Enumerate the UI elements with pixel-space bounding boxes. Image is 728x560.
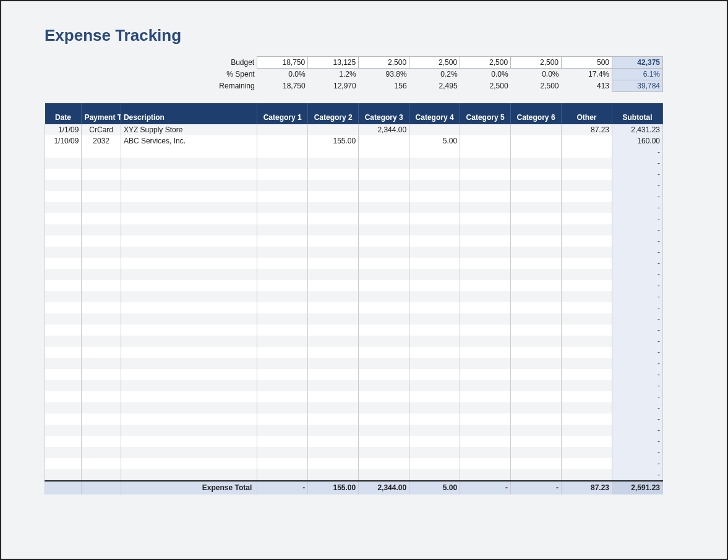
cell-c6[interactable] [511, 124, 562, 135]
cell-payment-type[interactable]: CrCard [82, 124, 121, 135]
budget-c1[interactable]: 18,750 [257, 57, 308, 69]
header-category-3: Category 3 [359, 103, 409, 124]
budget-c3[interactable]: 2,500 [359, 57, 409, 69]
table-row[interactable]: 1/10/09 2032 ABC Services, Inc. 155.00 5… [45, 135, 663, 146]
table-row[interactable]: - [45, 202, 663, 213]
table-row[interactable]: - [45, 235, 663, 247]
table-row[interactable]: - [45, 269, 663, 280]
table-row[interactable]: 1/1/09 CrCard XYZ Supply Store 2,344.00 … [45, 124, 663, 135]
spent-other: 17.4% [562, 69, 612, 80]
total-subtotal: 2,591.23 [612, 481, 663, 494]
cell-c4[interactable]: 5.00 [409, 135, 460, 146]
cell-c5[interactable] [460, 135, 511, 146]
table-row[interactable]: - [45, 347, 663, 358]
cell-subtotal: - [612, 447, 663, 458]
cell-c2[interactable]: 155.00 [308, 135, 359, 146]
budget-c4[interactable]: 2,500 [409, 57, 460, 69]
table-row[interactable]: - [45, 336, 663, 347]
table-row[interactable]: - [45, 191, 663, 202]
header-other: Other [562, 103, 612, 124]
cell-other[interactable] [562, 135, 612, 146]
table-row[interactable]: - [45, 146, 663, 158]
cell-c1[interactable] [257, 135, 308, 146]
table-row[interactable]: - [45, 436, 663, 447]
table-row[interactable]: - [45, 414, 663, 425]
cell-c1[interactable] [257, 124, 308, 135]
total-c2: 155.00 [308, 481, 359, 494]
cell-subtotal: - [612, 313, 663, 325]
cell-c2[interactable] [308, 124, 359, 135]
budget-c5[interactable]: 2,500 [460, 57, 511, 69]
table-row[interactable]: - [45, 169, 663, 180]
table-row[interactable]: - [45, 447, 663, 458]
cell-subtotal: - [612, 425, 663, 436]
table-row[interactable]: - [45, 158, 663, 169]
cell-date[interactable]: 1/1/09 [45, 124, 82, 135]
table-row[interactable]: - [45, 224, 663, 235]
table-row[interactable]: - [45, 280, 663, 291]
remaining-c4: 2,495 [409, 80, 460, 92]
table-row[interactable]: - [45, 180, 663, 191]
cell-date[interactable]: 1/10/09 [45, 135, 82, 146]
table-row[interactable]: - [45, 358, 663, 369]
cell-subtotal: - [612, 391, 663, 402]
header-category-1: Category 1 [257, 103, 308, 124]
table-row[interactable]: - [45, 302, 663, 313]
table-row[interactable]: - [45, 458, 663, 469]
budget-other[interactable]: 500 [562, 57, 612, 69]
cell-c6[interactable] [511, 135, 562, 146]
cell-description[interactable]: XYZ Supply Store [121, 124, 257, 135]
cell-subtotal: - [612, 191, 663, 202]
cell-description[interactable]: ABC Services, Inc. [121, 135, 257, 146]
cell-c5[interactable] [460, 124, 511, 135]
cell-subtotal: - [612, 436, 663, 447]
spent-c2: 1.2% [308, 69, 359, 80]
table-row[interactable]: - [45, 425, 663, 436]
spent-c4: 0.2% [409, 69, 460, 80]
spent-subtotal: 6.1% [612, 69, 663, 80]
header-category-4: Category 4 [409, 103, 460, 124]
table-row[interactable]: - [45, 291, 663, 302]
cell-subtotal: - [612, 258, 663, 269]
remaining-c2: 12,970 [308, 80, 359, 92]
cell-subtotal: - [612, 269, 663, 280]
spent-c3: 93.8% [359, 69, 409, 80]
summary-budget-row: Budget 18,750 13,125 2,500 2,500 2,500 2… [45, 57, 663, 69]
table-row[interactable]: - [45, 391, 663, 402]
header-date: Date [45, 103, 82, 124]
budget-c2[interactable]: 13,125 [308, 57, 359, 69]
table-row[interactable]: - [45, 325, 663, 336]
total-c1: - [257, 481, 308, 494]
cell-c3[interactable] [359, 135, 409, 146]
table-row[interactable]: - [45, 402, 663, 414]
cell-subtotal: - [612, 180, 663, 191]
table-row[interactable]: - [45, 213, 663, 224]
cell-payment-type[interactable]: 2032 [82, 135, 121, 146]
cell-subtotal: 2,431.23 [612, 124, 663, 135]
cell-c3[interactable]: 2,344.00 [359, 124, 409, 135]
cell-subtotal: - [612, 369, 663, 380]
cell-subtotal: - [612, 213, 663, 224]
table-row[interactable]: - [45, 380, 663, 391]
cell-subtotal: - [612, 158, 663, 169]
remaining-c1: 18,750 [257, 80, 308, 92]
spent-c6: 0.0% [511, 69, 562, 80]
page-title: Expense Tracking [45, 26, 690, 45]
remaining-c5: 2,500 [460, 80, 511, 92]
cell-subtotal: - [612, 469, 663, 481]
summary-remaining-row: Remaining 18,750 12,970 156 2,495 2,500 … [45, 80, 663, 92]
cell-other[interactable]: 87.23 [562, 124, 612, 135]
table-row[interactable]: - [45, 247, 663, 258]
header-category-6: Category 6 [511, 103, 562, 124]
table-row[interactable]: - [45, 258, 663, 269]
summary-budget-label: Budget [121, 57, 257, 69]
header-description: Description [121, 103, 257, 124]
table-row[interactable]: - [45, 313, 663, 325]
table-row[interactable]: - [45, 469, 663, 481]
table-row[interactable]: - [45, 369, 663, 380]
cell-subtotal: - [612, 458, 663, 469]
budget-c6[interactable]: 2,500 [511, 57, 562, 69]
cell-subtotal: - [612, 325, 663, 336]
cell-c4[interactable] [409, 124, 460, 135]
cell-subtotal: - [612, 402, 663, 414]
